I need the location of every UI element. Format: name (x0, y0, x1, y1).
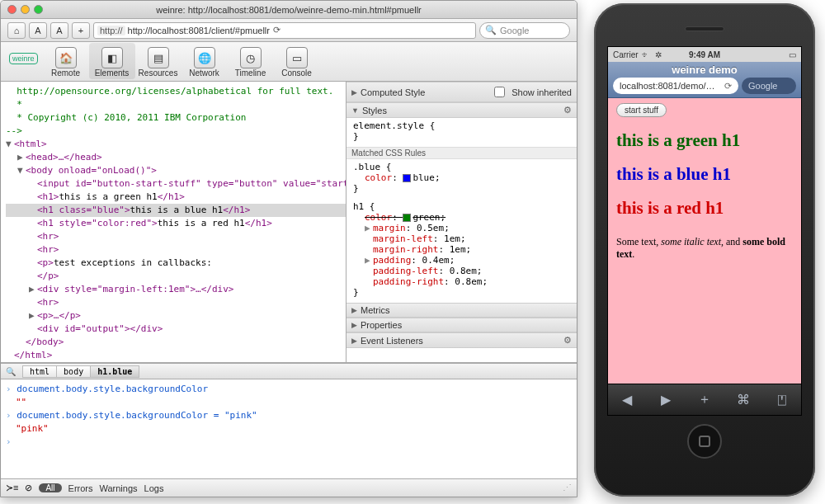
filter-all[interactable]: All (39, 483, 61, 492)
disclosure-triangle-icon[interactable]: ▼ (17, 164, 26, 177)
dom-node[interactable]: <hr> (37, 244, 59, 255)
ios-page-content: start stuff this is a green h1 this is a… (608, 98, 801, 384)
style-declaration[interactable]: ▶margin: 0.5em; (365, 223, 570, 233)
dom-node: </body> (26, 337, 64, 347)
dom-node[interactable]: <h1 style="color:red"> (37, 218, 158, 228)
home-square-icon (699, 436, 710, 447)
section-event-listeners[interactable]: ▶Event Listeners⚙ (346, 332, 577, 348)
disclosure-triangle-icon[interactable]: ▶ (29, 309, 37, 323)
style-declaration-overridden[interactable]: color: green; (365, 212, 570, 223)
tab-elements[interactable]: ◧ Elements (89, 43, 135, 79)
home-button[interactable] (687, 424, 722, 459)
tab-resources[interactable]: ▤ Resources (135, 43, 182, 79)
iphone-device: Carrier ᯤ ✲ 9:49 AM ▭ weinre demo localh… (594, 3, 815, 497)
gear-icon[interactable]: ⚙ (563, 105, 572, 115)
tabs-icon[interactable]: ⍞ (767, 393, 797, 407)
forward-icon[interactable]: ▶ (651, 392, 681, 407)
section-properties[interactable]: ▶Properties (346, 318, 577, 332)
console-prompt-icon: › (6, 410, 16, 421)
dom-node[interactable]: <hr> (37, 231, 59, 242)
dom-node[interactable]: <p>…</p> (37, 310, 81, 321)
style-rule-element[interactable]: element.style { } (346, 118, 577, 147)
browser-search-input[interactable]: 🔍 Google (479, 22, 570, 39)
section-computed-style[interactable]: ▶Computed StyleShow inherited (346, 82, 577, 102)
style-declaration[interactable]: color: blue; (365, 172, 570, 183)
dom-text: test exceptions in callbacks: (54, 257, 212, 268)
back-icon[interactable]: ◀ (612, 392, 642, 407)
console-panel[interactable]: › document.body.style.backgroundColor ""… (1, 379, 577, 478)
dom-node[interactable]: <head>…</head> (26, 152, 102, 163)
filter-logs[interactable]: Logs (144, 483, 164, 493)
disclosure-triangle-icon[interactable]: ▶ (29, 283, 37, 296)
style-rule-h1[interactable]: h1 { color: green; ▶margin: 0.5em; margi… (346, 199, 577, 303)
style-declaration[interactable]: padding-left: 0.8em; (365, 266, 570, 276)
filter-warnings[interactable]: Warnings (100, 483, 138, 493)
ios-toolbar: ◀ ▶ ＋ ⌘ ⍞ (608, 384, 801, 415)
speaker-icon (685, 26, 724, 31)
tab-network[interactable]: 🌐 Network (182, 43, 228, 79)
dom-node[interactable]: <input id="button-start-stuff" type="but… (37, 178, 346, 189)
dom-node[interactable]: <body onload="onLoad()"> (26, 165, 157, 176)
chevron-right-icon[interactable]: ▶ (365, 223, 373, 233)
section-styles[interactable]: ▼Styles⚙ (346, 102, 577, 118)
reload-icon[interactable]: ⟳ (273, 25, 280, 35)
console-icon: ▭ (286, 47, 308, 68)
style-declaration[interactable]: ▶padding: 0.4em; (365, 255, 570, 266)
style-rule-blue[interactable]: .blue { color: blue; } (346, 159, 577, 199)
dom-node-selected[interactable]: <h1 class="blue">this is a blue h1</h1> (6, 204, 346, 217)
inspector-toolbar: weinre 🏠 Remote ◧ Elements ▤ Resources 🌐… (1, 42, 577, 82)
ios-search-input[interactable]: Google (742, 78, 796, 94)
console-result: "pink" (16, 423, 49, 434)
chevron-right-icon: ▶ (351, 88, 357, 97)
tab-console[interactable]: ▭ Console (274, 43, 320, 79)
style-declaration[interactable]: margin-right: 1em; (365, 244, 570, 255)
start-stuff-button[interactable]: start stuff (616, 103, 667, 117)
heading-red: this is a red h1 (616, 198, 793, 219)
section-metrics[interactable]: ▶Metrics (346, 303, 577, 318)
dom-node[interactable]: <html> (14, 139, 47, 149)
bookmarks-icon[interactable]: ⌘ (728, 392, 758, 407)
dom-node[interactable]: <div id="output"></div> (37, 323, 163, 334)
tab-remote-label: Remote (51, 68, 80, 78)
loading-icon: ✲ (655, 50, 662, 59)
ios-url-bar[interactable]: localhost:8081/demo/…⟳ (613, 78, 738, 94)
style-declaration[interactable]: padding-right: 0.8em; (365, 276, 570, 287)
console-prompt-icon[interactable]: › (6, 436, 12, 447)
statusbar: ≻≡ ⊘ All Errors Warnings Logs ⋰ (1, 478, 577, 497)
font-smaller-button[interactable]: A (29, 22, 47, 39)
font-larger-button[interactable]: A (50, 22, 68, 39)
url-bar[interactable]: http:// http://localhost:8081/client/#pm… (93, 22, 476, 39)
show-inherited-checkbox[interactable] (494, 87, 505, 97)
section-matched-rules: Matched CSS Rules (346, 147, 577, 159)
color-swatch-icon (403, 174, 411, 182)
inspect-icon[interactable]: 🔍 (6, 367, 16, 376)
crumb-html[interactable]: html (22, 365, 57, 378)
dom-node[interactable]: <hr> (37, 297, 59, 308)
add-icon[interactable]: ＋ (690, 391, 719, 408)
disclosure-triangle-icon[interactable]: ▶ (17, 151, 26, 164)
crumb-body[interactable]: body (56, 365, 91, 378)
crumb-h1-blue[interactable]: h1.blue (90, 365, 139, 378)
dom-node[interactable]: <h1> (37, 191, 59, 202)
disclosure-triangle-icon[interactable]: ▼ (6, 138, 14, 151)
ios-navbar: weinre demo localhost:8081/demo/…⟳ Googl… (608, 62, 801, 98)
add-button[interactable]: + (72, 22, 90, 39)
chevron-right-icon[interactable]: ▶ (365, 255, 373, 266)
filter-errors[interactable]: Errors (68, 483, 93, 493)
resize-handle-icon[interactable]: ⋰ (563, 483, 572, 493)
tab-timeline-label: Timeline (235, 68, 266, 78)
url-scheme-label: http:// (97, 26, 125, 35)
tab-remote[interactable]: 🏠 Remote (43, 43, 89, 79)
console-toggle-icon[interactable]: ≻≡ (6, 483, 18, 493)
gear-icon[interactable]: ⚙ (563, 335, 572, 346)
dom-node[interactable]: <p> (37, 257, 54, 268)
home-button[interactable]: ⌂ (7, 22, 26, 39)
tab-timeline[interactable]: ◷ Timeline (228, 43, 274, 79)
dom-tree[interactable]: http://opensource.org/licenses/alphabeti… (1, 82, 346, 362)
timeline-icon: ◷ (240, 47, 262, 68)
style-declaration[interactable]: margin-left: 1em; (365, 233, 570, 244)
reload-icon[interactable]: ⟳ (724, 81, 732, 92)
dom-node[interactable]: <div style="margin-left:1em">…</div> (37, 284, 233, 294)
clear-icon[interactable]: ⊘ (25, 483, 32, 493)
elements-icon: ◧ (101, 47, 123, 68)
